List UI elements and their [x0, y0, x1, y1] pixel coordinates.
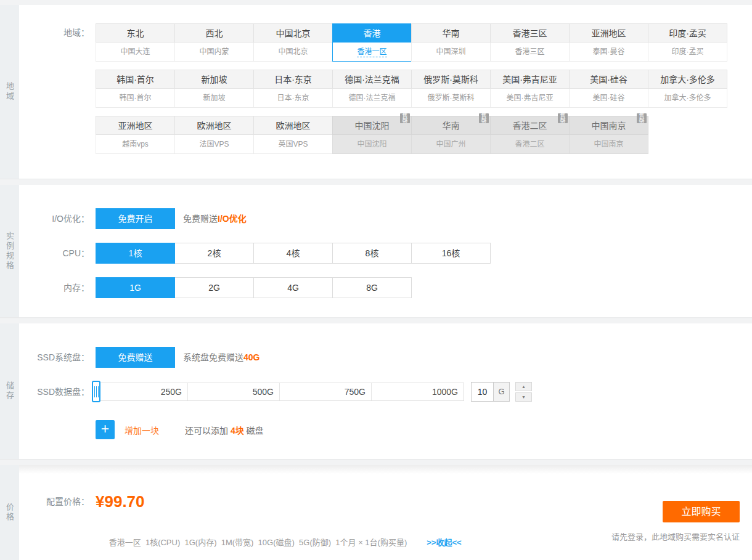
- region-cell[interactable]: 俄罗斯·莫斯科俄罗斯·莫斯科: [411, 70, 491, 108]
- region-cell[interactable]: 欧洲地区英国VPS: [253, 116, 333, 154]
- cpu-options: 1核2核4核8核16核: [96, 243, 491, 264]
- region-cell[interactable]: 亚洲地区越南vps: [96, 116, 175, 154]
- cpu-option[interactable]: 2核: [174, 243, 254, 264]
- region-cell[interactable]: 中国北京中国北京: [253, 23, 333, 62]
- slider-tick[interactable]: 1000G: [372, 383, 464, 400]
- region-zone: 中国大连: [96, 43, 175, 62]
- side-label-price-text: 价格: [4, 503, 15, 522]
- region-name: 日本·东京: [253, 70, 333, 89]
- spinner-down-button[interactable]: ▼: [515, 392, 532, 402]
- region-row-label: 地域：: [19, 23, 96, 43]
- price-value: ¥99.70: [96, 492, 145, 511]
- spinner-up-button[interactable]: ▲: [515, 382, 532, 391]
- region-name: 美国·硅谷: [569, 70, 648, 89]
- disk-size-spinner: ▲ ▼: [515, 382, 532, 402]
- add-disk-button[interactable]: +: [96, 420, 115, 439]
- side-label-region-text: 地域: [4, 82, 15, 102]
- slider-tick[interactable]: 750G: [280, 383, 372, 400]
- buy-now-button[interactable]: 立即购买: [663, 501, 740, 522]
- region-cell[interactable]: 欧洲地区法国VPS: [174, 116, 254, 154]
- disk-slider: 250G500G750G1000G: [96, 383, 464, 401]
- region-cell[interactable]: 亚洲地区泰国·曼谷: [569, 23, 648, 62]
- cpu-option[interactable]: 16核: [411, 243, 491, 264]
- region-zone: 韩国·首尔: [96, 89, 175, 108]
- region-cell[interactable]: 韩国·首尔韩国·首尔: [96, 70, 175, 108]
- storage-section: 储存 SSD系统盘： 免费赠送 系统盘免费赠送40G SSD数据盘： 250G5…: [0, 323, 752, 459]
- region-zone: 香港一区: [332, 43, 412, 62]
- add-disk-note-prefix: 还可以添加: [185, 426, 231, 436]
- slider-handle[interactable]: [92, 381, 100, 402]
- system-disk-row-label: SSD系统盘：: [19, 347, 96, 368]
- disk-slider-track[interactable]: 250G500G750G1000G: [96, 383, 464, 401]
- region-name: 西北: [174, 23, 254, 43]
- region-zone: 德国·法兰克福: [332, 89, 412, 108]
- region-zone: 香港二区: [490, 135, 570, 154]
- region-name: 新加坡: [174, 70, 254, 89]
- memory-option[interactable]: 2G: [174, 277, 254, 298]
- arrow-down-icon: ▼: [521, 395, 526, 399]
- config-summary: 香港一区 1核(CPU) 1G(内存) 1M(带宽) 10G(磁盘) 5G(防御…: [109, 538, 407, 547]
- side-label-region: 地域: [0, 5, 19, 179]
- cpu-row-label: CPU：: [19, 243, 96, 264]
- slider-tick[interactable]: 500G: [188, 383, 280, 400]
- side-label-instance: 实例规格: [0, 185, 19, 317]
- region-name: 华南: [411, 23, 491, 43]
- collapse-link[interactable]: >>收起<<: [427, 538, 461, 547]
- region-row: 东北中国大连西北中国内蒙中国北京中国北京香港香港一区华南中国深圳香港三区香港三区…: [96, 23, 727, 62]
- side-label-storage-text: 储存: [4, 381, 15, 401]
- region-name: 韩国·首尔: [96, 70, 175, 89]
- region-cell[interactable]: 加拿大·多伦多加拿大·多伦多: [648, 70, 727, 108]
- region-cell[interactable]: 新加坡新加坡: [174, 70, 254, 108]
- region-zone: 中国广州: [411, 135, 491, 154]
- side-label-storage: 储存: [0, 323, 19, 459]
- cpu-option[interactable]: 1核: [96, 243, 175, 264]
- soldout-badge: 售罄: [558, 113, 568, 123]
- region-zone: 英国VPS: [253, 135, 333, 154]
- region-name: 亚洲地区: [96, 116, 175, 135]
- arrow-up-icon: ▲: [521, 384, 526, 389]
- region-cell[interactable]: 日本·东京日本·东京: [253, 70, 333, 108]
- plus-icon: +: [101, 421, 109, 437]
- region-zone: 美国·硅谷: [569, 89, 648, 108]
- region-zone: 中国沈阳: [332, 135, 412, 154]
- region-zone: 泰国·曼谷: [569, 43, 648, 62]
- region-cell[interactable]: 西北中国内蒙: [174, 23, 254, 62]
- system-disk-button[interactable]: 免费赠送: [96, 347, 175, 368]
- memory-option[interactable]: 4G: [253, 277, 333, 298]
- region-cell: 香港二区香港二区售罄: [490, 116, 570, 154]
- io-optimization-button[interactable]: 免费开启: [96, 208, 175, 229]
- side-label-instance-text: 实例规格: [4, 232, 15, 271]
- region-cell: 中国南京中国南京售罄: [569, 116, 648, 154]
- slider-tick[interactable]: 250G: [96, 383, 188, 400]
- region-zone: 俄罗斯·莫斯科: [411, 89, 491, 108]
- region-zone: 法国VPS: [174, 135, 254, 154]
- region-zone: 加拿大·多伦多: [648, 89, 727, 108]
- add-disk-note-highlight: 4块: [231, 426, 244, 436]
- soldout-badge: 售罄: [637, 113, 647, 123]
- instance-spec-section: 实例规格 I/O优化： 免费开启 免费赠送I/O优化 CPU： 1核2核4核8核…: [0, 185, 752, 317]
- cpu-option[interactable]: 8核: [332, 243, 412, 264]
- region-zone: 美国·弗吉尼亚: [490, 89, 570, 108]
- region-name: 香港: [332, 23, 412, 43]
- region-cell[interactable]: 香港香港一区: [332, 23, 412, 62]
- region-cell[interactable]: 华南中国深圳: [411, 23, 491, 62]
- region-zone: 香港三区: [490, 43, 570, 62]
- region-row: 亚洲地区越南vps欧洲地区法国VPS欧洲地区英国VPS中国沈阳中国沈阳售罄华南中…: [96, 116, 727, 154]
- memory-option[interactable]: 8G: [332, 277, 412, 298]
- memory-option[interactable]: 1G: [96, 277, 175, 298]
- region-cell[interactable]: 美国·弗吉尼亚美国·弗吉尼亚: [490, 70, 570, 108]
- region-cell[interactable]: 印度·孟买印度·孟买: [648, 23, 727, 62]
- add-disk-label[interactable]: 增加一块: [125, 424, 159, 436]
- region-zone: 中国南京: [569, 135, 648, 154]
- region-cell[interactable]: 美国·硅谷美国·硅谷: [569, 70, 648, 108]
- region-name: 印度·孟买: [648, 23, 727, 43]
- region-cell[interactable]: 香港三区香港三区: [490, 23, 570, 62]
- region-cell[interactable]: 德国·法兰克福德国·法兰克福: [332, 70, 412, 108]
- region-section: 地域 地域： 东北中国大连西北中国内蒙中国北京中国北京香港香港一区华南中国深圳香…: [0, 5, 752, 179]
- region-zone: 中国北京: [253, 43, 333, 62]
- disk-size-input[interactable]: [471, 382, 494, 402]
- io-note-prefix: 免费赠送: [183, 214, 218, 224]
- price-section: 价格 配置价格： ¥99.70 香港一区 1核(CPU) 1G(内存) 1M(带…: [0, 465, 752, 560]
- cpu-option[interactable]: 4核: [253, 243, 333, 264]
- region-cell[interactable]: 东北中国大连: [96, 23, 175, 62]
